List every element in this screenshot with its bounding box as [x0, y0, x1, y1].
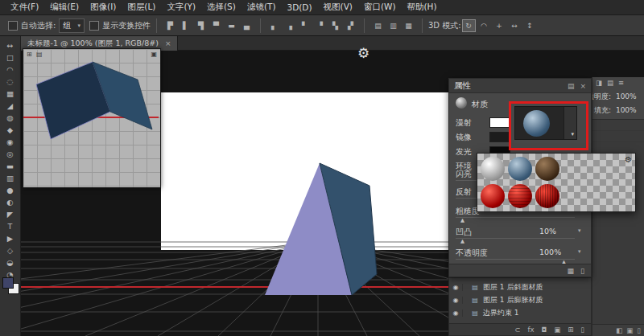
- menu-image[interactable]: 图像(I): [85, 2, 122, 13]
- show-transform-checkbox[interactable]: [89, 21, 99, 31]
- distribute-height-icon[interactable]: ▥: [386, 19, 400, 32]
- distribute-2-icon[interactable]: ▗: [283, 19, 296, 32]
- hand-tool-icon[interactable]: ◒: [2, 256, 19, 268]
- dock-footer-icon-1[interactable]: ◧: [616, 326, 622, 334]
- history-brush-tool-icon[interactable]: ◎: [2, 148, 19, 160]
- align-top-icon[interactable]: ▀: [209, 19, 223, 32]
- path-select-tool-icon[interactable]: ▶: [2, 232, 19, 244]
- secondary-view-menu-icon[interactable]: ▤: [36, 51, 43, 58]
- gradient-tool-icon[interactable]: ▥: [2, 172, 19, 184]
- visibility-eye-icon[interactable]: ◉: [449, 284, 463, 291]
- 3d-slide-icon[interactable]: ↔: [508, 19, 522, 32]
- type-tool-icon[interactable]: T: [2, 220, 19, 232]
- auto-select-dropdown[interactable]: 组 ▾: [59, 18, 85, 33]
- panel-close-icon[interactable]: ×: [580, 82, 586, 90]
- lock-icon[interactable]: ▤: [607, 79, 613, 87]
- panel-menu-icon[interactable]: ▤: [568, 82, 575, 90]
- quick-select-tool-icon[interactable]: ◌: [2, 76, 19, 88]
- properties-options-icon[interactable]: ▦: [568, 267, 575, 275]
- layers-opacity-value[interactable]: 100%: [616, 92, 637, 100]
- menu-window[interactable]: 窗口(W): [358, 2, 402, 13]
- menu-edit[interactable]: 编辑(E): [44, 2, 85, 13]
- material-row[interactable]: ◉ ▤ 边界约束 1: [449, 307, 591, 319]
- align-center-h-icon[interactable]: ▌: [179, 19, 192, 32]
- eyedropper-tool-icon[interactable]: ◢: [2, 100, 19, 112]
- 3d-roll-icon[interactable]: ◠: [477, 19, 491, 32]
- material-swatch-red-grid[interactable]: [508, 184, 532, 208]
- auto-select-checkbox[interactable]: [8, 21, 18, 31]
- new-layer-icon[interactable]: ⊞: [568, 326, 573, 334]
- menu-type[interactable]: 文字(Y): [161, 2, 201, 13]
- secondary-view-expand-icon[interactable]: ▣: [151, 51, 157, 58]
- brush-tool-icon[interactable]: ◆: [2, 124, 19, 136]
- align-center-v-icon[interactable]: ▬: [225, 19, 238, 32]
- opacity-value[interactable]: 100%: [539, 248, 561, 256]
- menu-3d[interactable]: 3D(D): [281, 2, 317, 12]
- layer-mask-icon[interactable]: ◘: [541, 326, 547, 334]
- properties-delete-icon[interactable]: ▯: [580, 267, 584, 275]
- 3d-scale-icon[interactable]: ↕: [523, 19, 537, 32]
- 3d-rotate-icon[interactable]: ↻: [462, 19, 476, 32]
- stamp-tool-icon[interactable]: ◉: [2, 136, 19, 148]
- pen-tool-icon[interactable]: ◤: [2, 208, 19, 220]
- picker-settings-gear-icon[interactable]: ⚙: [625, 155, 632, 164]
- align-left-icon[interactable]: ▛: [163, 19, 177, 32]
- dock-footer-icon-2[interactable]: ▣: [626, 326, 633, 334]
- blend-mode-icon[interactable]: ◨: [596, 79, 602, 87]
- bump-value[interactable]: 10%: [539, 227, 556, 236]
- eraser-tool-icon[interactable]: ▬: [2, 160, 19, 172]
- opacity-texture-icon[interactable]: ▾: [578, 248, 581, 255]
- secondary-view-camera-icon[interactable]: ⊞: [27, 51, 32, 58]
- distribute-3-icon[interactable]: ▘: [298, 19, 312, 32]
- healing-tool-icon[interactable]: ◍: [2, 112, 19, 124]
- list-item[interactable]: [592, 120, 644, 131]
- tab-close-icon[interactable]: ×: [165, 39, 171, 47]
- delete-layer-icon[interactable]: ▯: [580, 326, 584, 334]
- distribute-width-icon[interactable]: ▤: [371, 19, 385, 32]
- material-swatch-steel-blue[interactable]: [508, 157, 532, 181]
- align-right-icon[interactable]: ▜: [194, 19, 208, 32]
- material-swatch-red-mesh[interactable]: [535, 184, 559, 208]
- material-swatch-brown[interactable]: [535, 157, 559, 181]
- align-bottom-icon[interactable]: ▄: [240, 19, 254, 32]
- move-tool-icon[interactable]: ↔: [2, 39, 19, 51]
- menu-select[interactable]: 选择(S): [201, 2, 242, 13]
- specular-swatch[interactable]: [489, 132, 510, 142]
- menu-file[interactable]: 文件(F): [5, 2, 44, 13]
- list-item[interactable]: [592, 131, 644, 142]
- material-row[interactable]: ◉ ▤ 图层 1 后斜面材质: [449, 281, 591, 293]
- roughness-slider-thumb[interactable]: ▲: [460, 217, 464, 223]
- menu-layer[interactable]: 图层(L): [122, 2, 161, 13]
- 3d-mesh[interactable]: [230, 155, 407, 300]
- dock-footer-icon-3[interactable]: ▯: [637, 326, 641, 334]
- shape-tool-icon[interactable]: ◇: [2, 244, 19, 256]
- secondary-3d-view[interactable]: ⊞ ▤ ▣: [23, 48, 161, 188]
- bump-texture-icon[interactable]: ▾: [578, 227, 581, 234]
- bump-slider-track[interactable]: [456, 238, 575, 239]
- distribute-1-icon[interactable]: ▖: [267, 19, 281, 32]
- material-swatch-red[interactable]: [481, 184, 505, 208]
- layer-effects-icon[interactable]: fx: [527, 326, 534, 334]
- panel-list-icon[interactable]: ≡: [618, 79, 624, 87]
- adjustment-layer-icon[interactable]: ▣: [554, 326, 560, 334]
- material-swatch-white[interactable]: [481, 157, 505, 181]
- blur-tool-icon[interactable]: ●: [2, 184, 19, 196]
- lasso-tool-icon[interactable]: ◠: [2, 64, 19, 76]
- menu-view[interactable]: 视图(V): [318, 2, 358, 13]
- distribute-4-icon[interactable]: ▝: [313, 19, 327, 32]
- visibility-eye-icon[interactable]: ◉: [449, 297, 463, 304]
- material-row[interactable]: ◉ ▤ 图层 1 后膨胀材质: [449, 294, 591, 306]
- layers-fill-value[interactable]: 100%: [616, 106, 637, 114]
- bump-slider-thumb[interactable]: ▲: [460, 238, 464, 244]
- roughness-slider-track[interactable]: [456, 217, 575, 218]
- opacity-slider-track[interactable]: [456, 259, 575, 260]
- auto-align-icon[interactable]: ▦: [402, 19, 415, 32]
- marquee-tool-icon[interactable]: □: [2, 51, 19, 64]
- visibility-eye-icon[interactable]: ◉: [449, 309, 463, 317]
- menu-filter[interactable]: 滤镜(T): [242, 2, 282, 13]
- foreground-color-swatch[interactable]: [2, 277, 14, 289]
- dodge-tool-icon[interactable]: ◐: [2, 196, 19, 208]
- distribute-6-icon[interactable]: ▞: [344, 19, 357, 32]
- 3d-pan-icon[interactable]: +: [493, 19, 506, 32]
- diffuse-swatch[interactable]: [489, 117, 510, 128]
